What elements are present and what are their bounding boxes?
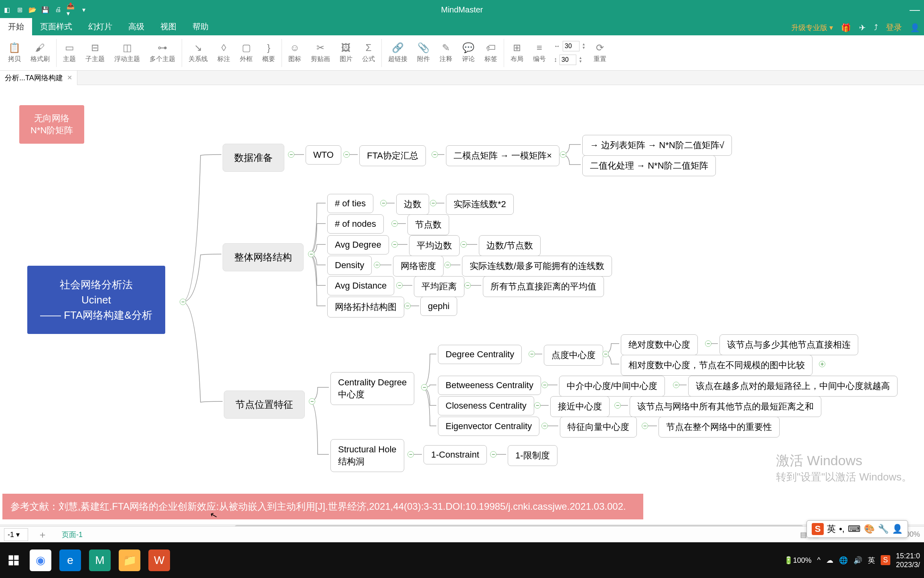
rib-image[interactable]: 🖼图片 — [335, 42, 357, 63]
tray-battery-icon[interactable]: 🔋100% — [784, 556, 811, 565]
expand-icon[interactable]: − — [705, 340, 711, 347]
rib-relation[interactable]: ↘关系线 — [184, 42, 213, 63]
node-degcent4[interactable]: 该节点与多少其他节点直接相连 — [719, 334, 858, 355]
minimize-button[interactable]: — — [910, 4, 920, 16]
expand-icon[interactable]: − — [444, 262, 451, 268]
rib-summary[interactable]: }概要 — [257, 42, 280, 63]
rib-formula[interactable]: Σ公式 — [357, 42, 380, 63]
rib-attach[interactable]: 📎附件 — [412, 42, 435, 63]
rib-multi[interactable]: ⊶多个主题 — [145, 42, 180, 63]
login-link[interactable]: 登录 — [886, 22, 902, 33]
send-icon[interactable]: ✈ — [859, 23, 866, 33]
rib-format[interactable]: 🖌格式刷 — [26, 42, 55, 63]
node-close3[interactable]: 该节点与网络中所有其他节点的最短距离之和 — [630, 396, 821, 417]
ime-user-icon[interactable]: 👤 — [892, 524, 903, 534]
node-eigen2[interactable]: 特征向量中心度 — [560, 417, 637, 438]
tab-view[interactable]: 视图 — [152, 18, 184, 35]
expand-icon[interactable]: − — [490, 451, 496, 458]
taskbar-chrome[interactable]: ◉ — [30, 550, 51, 571]
node-cent[interactable]: Centrality Degree中心度 — [330, 372, 414, 405]
ime-tool-icon[interactable]: 🔧 — [878, 524, 889, 534]
rib-tag[interactable]: 🏷标签 — [480, 42, 502, 63]
document-tab[interactable]: 分析...TA网络构建 ✕ — [0, 71, 77, 85]
node-avgdist3[interactable]: 所有节点直接距离的平均值 — [483, 276, 604, 297]
tab-help[interactable]: 帮助 — [184, 18, 217, 35]
expand-icon[interactable]: − — [560, 151, 566, 158]
expand-icon[interactable]: − — [602, 351, 609, 357]
sogou-icon[interactable]: S — [812, 523, 824, 535]
expand-icon[interactable]: − — [673, 382, 679, 388]
expand-icon[interactable]: − — [180, 299, 186, 305]
rib-float[interactable]: ◫浮动主题 — [109, 42, 145, 63]
node-edge2[interactable]: 二值化处理 → N*N阶二值矩阵 — [582, 155, 716, 176]
ime-keyboard-icon[interactable]: ⌨ — [848, 524, 861, 534]
expand-icon[interactable]: − — [288, 151, 294, 158]
node-nodes[interactable]: # of nodes — [327, 214, 384, 234]
gift-icon[interactable]: 🎁 — [841, 23, 851, 33]
taskbar-explorer[interactable]: 📁 — [119, 550, 140, 571]
node-hole2[interactable]: 1-Constraint — [424, 445, 487, 464]
vspace-input[interactable] — [559, 55, 576, 65]
rib-border[interactable]: ▢外框 — [235, 42, 257, 63]
expand-icon[interactable]: − — [614, 402, 621, 409]
reference-note[interactable]: 参考文献：刘慧,綦建红.FTA网络的企业创新效应:从被动嵌入到主动利用[J].世… — [2, 494, 643, 519]
node-wholenet[interactable]: 整体网络结构 — [223, 243, 304, 271]
node-twomode[interactable]: 二模点矩阵 → 一模矩阵× — [446, 145, 559, 166]
float-network[interactable]: 无向网络N*N阶矩阵 — [19, 105, 84, 144]
node-ties3[interactable]: 实际连线数*2 — [446, 194, 514, 215]
ime-lang[interactable]: 英 — [827, 523, 836, 535]
outline-view-icon[interactable]: ▤ — [800, 530, 807, 539]
ime-punct[interactable]: •, — [839, 524, 845, 534]
rib-icon[interactable]: ☺图标 — [284, 42, 306, 63]
upgrade-link[interactable]: 升级专业版 ▾ — [791, 23, 833, 33]
expand-icon[interactable]: − — [309, 398, 315, 405]
dropdown-icon[interactable]: ▾ — [79, 5, 88, 14]
expand-icon[interactable]: − — [529, 351, 535, 357]
tray-volume-icon[interactable]: 🔊 — [853, 556, 862, 565]
rib-note[interactable]: ✎注释 — [435, 42, 457, 63]
page-select[interactable]: -1 ▾ — [4, 528, 28, 541]
tray-network-icon[interactable]: 🌐 — [839, 556, 848, 565]
node-degcent3[interactable]: 绝对度数中心度 — [621, 334, 698, 355]
expand-icon[interactable]: − — [391, 241, 398, 248]
page-tab[interactable]: 页面-1 — [57, 530, 87, 539]
tab-pagestyle[interactable]: 页面样式 — [32, 18, 80, 35]
share-icon[interactable]: ⤴ — [874, 23, 878, 32]
node-edge1[interactable]: → 边列表矩阵 → N*N阶二值矩阵√ — [582, 135, 732, 156]
node-dataprep[interactable]: 数据准备 — [223, 144, 284, 172]
node-density3[interactable]: 实际连线数/最多可能拥有的连线数 — [462, 256, 612, 277]
rib-copy[interactable]: 📋拷贝 — [3, 42, 26, 63]
expand-icon[interactable]: − — [430, 200, 436, 206]
new-icon[interactable]: ⊞ — [15, 5, 24, 14]
expand-icon[interactable]: − — [421, 384, 428, 391]
expand-icon[interactable]: − — [464, 282, 471, 289]
expand-icon[interactable]: − — [460, 241, 467, 248]
hspace-input[interactable] — [563, 41, 580, 51]
root-node[interactable]: 社会网络分析法Ucinet—— FTA网络构建&分析 — [27, 266, 165, 334]
expand-icon[interactable]: − — [396, 282, 403, 289]
vspace-stepper[interactable]: ▲▼ — [579, 56, 582, 63]
node-fta[interactable]: FTA协定汇总 — [359, 145, 426, 166]
tab-slides[interactable]: 幻灯片 — [80, 18, 120, 35]
rib-comment[interactable]: 💬评论 — [457, 42, 480, 63]
tab-advanced[interactable]: 高级 — [120, 18, 152, 35]
node-gephi[interactable]: gephi — [420, 297, 457, 316]
expand-icon[interactable]: − — [642, 423, 648, 429]
node-degcent2[interactable]: 点度中心度 — [544, 345, 603, 366]
node-ties2[interactable]: 边数 — [396, 194, 429, 215]
node-degcent5[interactable]: 相对度数中心度，节点在不同规模的图中比较 — [621, 355, 813, 376]
rib-subtopic[interactable]: ⊟子主题 — [81, 42, 109, 63]
close-tab-icon[interactable]: ✕ — [67, 74, 72, 81]
taskbar-wps[interactable]: W — [148, 550, 170, 571]
node-nodes2[interactable]: 节点数 — [407, 214, 449, 235]
node-hole3[interactable]: 1-限制度 — [508, 445, 557, 466]
node-avgdeg2[interactable]: 平均边数 — [409, 235, 460, 256]
node-betw2[interactable]: 中介中心度/中间中心度 — [559, 376, 665, 397]
rib-link[interactable]: 🔗超链接 — [383, 42, 412, 63]
tray-sogou-icon[interactable]: S — [881, 555, 890, 565]
rib-number[interactable]: ≡编号 — [528, 42, 551, 63]
tray-ime[interactable]: 英 — [868, 556, 875, 565]
taskbar-mindmaster[interactable]: M — [89, 550, 111, 571]
user-icon[interactable]: 👤 — [910, 23, 920, 33]
tray-clock[interactable]: 15:21:02023/3/ — [896, 552, 920, 569]
